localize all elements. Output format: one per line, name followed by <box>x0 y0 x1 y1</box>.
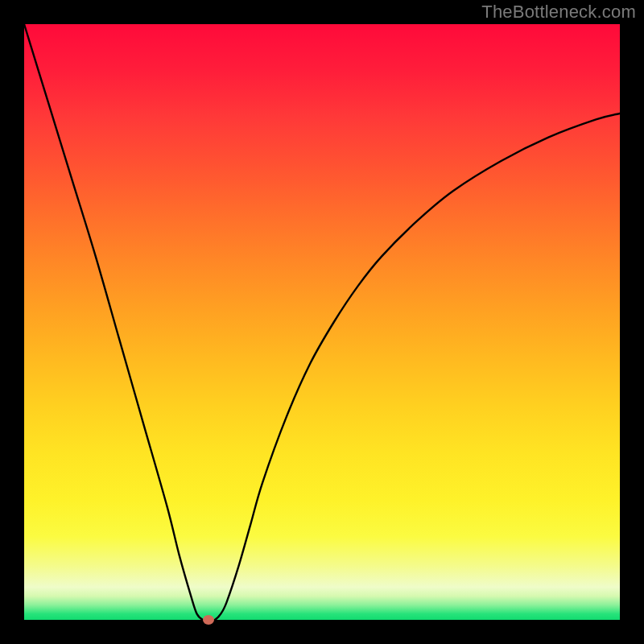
plot-area <box>24 24 620 620</box>
optimal-marker <box>203 615 214 625</box>
bottleneck-curve <box>24 24 620 620</box>
chart-frame: TheBottleneck.com <box>0 0 644 644</box>
watermark-text: TheBottleneck.com <box>481 2 636 23</box>
